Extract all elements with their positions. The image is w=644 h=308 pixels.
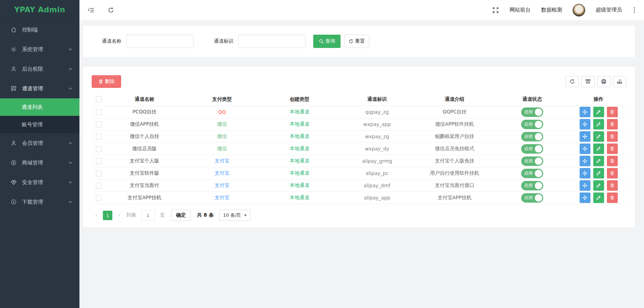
trash-icon [610,171,615,176]
status-toggle[interactable]: 启用 [521,169,543,178]
delete-row-button[interactable] [607,168,618,178]
channel-name-cell: 微信个人自挂 [106,133,183,140]
delete-row-button[interactable] [607,131,618,142]
row-checkbox[interactable] [96,158,102,164]
edit-row-button[interactable] [593,131,604,142]
next-page-button[interactable]: › [114,211,124,220]
pencil-icon [596,159,601,163]
status-toggle[interactable]: 启用 [521,144,543,154]
goto-prefix-label: 到第 [126,212,136,218]
row-checkbox[interactable] [96,134,102,140]
edit-row-button[interactable] [593,107,604,117]
toggle-knob [535,194,542,202]
edit-row-button[interactable] [593,156,604,166]
data-monitor-link[interactable]: 数据检测 [541,7,562,13]
sidebar-item-member-mgmt[interactable]: 会员管理 [0,133,79,153]
delete-row-button[interactable] [607,180,618,191]
status-label: 启用 [524,158,533,164]
toggle-knob [535,158,542,165]
move-row-button[interactable] [580,119,590,130]
reset-button[interactable]: 重置 [344,35,369,48]
table-row: 微信APP挂机 微信 本地通道 wxpay_app 微信APP软件挂机 启用 [92,118,626,131]
user-avatar[interactable] [573,4,585,16]
delete-button[interactable]: 删除 [92,75,121,88]
col-create-type: 创建类型 [261,96,338,103]
move-row-button[interactable] [580,144,590,154]
create-type-cell: 本地通道 [261,182,338,189]
row-checkbox[interactable] [96,170,102,176]
delete-row-button[interactable] [607,156,618,166]
status-toggle[interactable]: 启用 [521,120,543,129]
col-channel-desc: 通道介绍 [416,96,493,103]
collapse-sidebar-icon[interactable] [88,7,95,14]
delete-row-button[interactable] [607,119,618,130]
channel-code-cell: wxpay_zg [338,134,416,139]
print-button[interactable] [597,76,610,87]
sidebar-item-channel-mgmt[interactable]: 通道管理 [0,79,79,98]
move-row-button[interactable] [580,180,590,191]
sidebar-item-download-mgmt[interactable]: 下载管理 [0,192,79,212]
trash-icon [610,195,615,200]
row-checkbox[interactable] [96,195,102,201]
edit-row-button[interactable] [593,180,604,191]
sidebar-subitem-channel-list[interactable]: 通道列表 [0,98,79,116]
move-row-button[interactable] [580,107,590,117]
prev-page-button[interactable]: ‹ [92,211,101,220]
frontend-link[interactable]: 网站前台 [510,7,531,13]
fullscreen-icon[interactable] [492,7,499,14]
username-label[interactable]: 超级管理员 [596,7,622,13]
channel-code-cell: wxpay_app [338,121,416,127]
channel-name-input[interactable] [126,35,194,48]
goto-confirm-button[interactable]: 确定 [171,210,191,221]
sidebar-item-mall-mgmt[interactable]: 商城管理 [0,153,79,173]
move-row-button[interactable] [580,156,590,166]
move-row-button[interactable] [580,192,590,203]
move-icon [582,122,587,127]
status-toggle[interactable]: 启用 [521,107,543,117]
sidebar-subitem-account-mgmt[interactable]: 账号管理 [0,116,79,133]
status-label: 启用 [524,146,533,152]
edit-row-button[interactable] [593,144,604,154]
status-toggle[interactable]: 启用 [521,132,543,141]
reset-refresh-icon [349,39,354,44]
content-area: 通道名称 通道标识 查询 重置 删除 [79,20,644,308]
sidebar-item-security-mgmt[interactable]: 安全管理 [0,173,79,192]
row-checkbox[interactable] [96,146,102,152]
edit-row-button[interactable] [593,119,604,130]
edit-row-button[interactable] [593,168,604,178]
row-checkbox[interactable] [96,109,102,115]
sidebar-item-console[interactable]: 控制端 [0,20,79,40]
query-button[interactable]: 查询 [313,35,341,48]
sidebar-item-system[interactable]: 系统管理 [0,40,79,59]
column-filter-button[interactable] [581,76,595,87]
page-size-select[interactable]: 10 条/页 [219,210,251,221]
channel-desc-cell: 微信店员免挂模式 [416,146,493,152]
move-row-button[interactable] [580,131,590,142]
sidebar-item-label: 后台权限 [22,66,43,72]
current-page-button[interactable]: 1 [103,211,112,220]
move-row-button[interactable] [580,168,590,178]
app-root: YPAY Admin 控制端 系统管理 后台权限 通道管理 通道列表 账号管理 [0,0,644,308]
status-toggle[interactable]: 启用 [521,181,543,190]
row-checkbox[interactable] [96,183,102,189]
delete-row-button[interactable] [607,192,618,203]
delete-row-button[interactable] [607,144,618,154]
channel-name-cell: 支付宝当面付 [106,182,183,189]
status-toggle[interactable]: 启用 [521,193,543,203]
more-menu-icon[interactable] [632,6,636,14]
row-checkbox[interactable] [96,121,102,127]
refresh-page-icon[interactable] [107,7,114,14]
export-button[interactable] [613,76,626,87]
sidebar-item-admin-perms[interactable]: 后台权限 [0,59,79,79]
goto-page-input[interactable] [141,210,155,220]
move-icon [582,171,587,176]
chevron-down-icon [68,161,72,165]
sidebar-subitem-label: 账号管理 [22,121,43,128]
status-toggle[interactable]: 启用 [521,156,543,166]
pay-type-cell: 微信 [183,121,261,127]
delete-row-button[interactable] [607,107,618,117]
table-refresh-button[interactable] [566,76,579,87]
channel-code-input[interactable] [238,35,306,48]
select-all-checkbox[interactable] [96,96,102,102]
edit-row-button[interactable] [593,192,604,203]
